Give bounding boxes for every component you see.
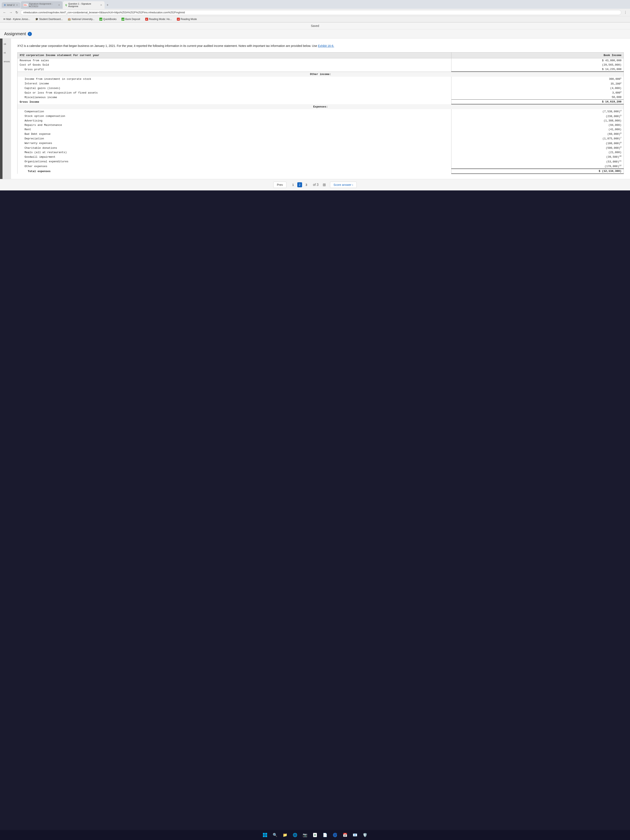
svg-rect-0 [263, 833, 265, 835]
extensions-button[interactable]: ⋮ [622, 9, 628, 15]
prev-button[interactable]: Prev [273, 182, 286, 188]
row-label: Gross profit [17, 67, 452, 72]
row-label: Interest income [17, 82, 452, 86]
taskbar-security[interactable]: 🛡️ [361, 831, 369, 839]
row-label: Cost of Goods Sold [17, 63, 452, 67]
row-amount: (53,000)11 [452, 159, 624, 164]
tab-close-3[interactable]: ✕ [100, 4, 102, 6]
bookmark-reading-ho[interactable]: M Reading Mode: Ho... [144, 17, 174, 21]
tab-close[interactable]: ✕ [16, 4, 18, 6]
taskbar-file-explorer[interactable]: 📁 [281, 831, 289, 839]
superscript-1: 1 [621, 77, 622, 79]
table-row: Compensation (7,538,000)4 [17, 109, 624, 114]
bookmark-bank[interactable]: QB Bank Deposit [120, 17, 142, 21]
nav-buttons: ← → ↻ [2, 9, 19, 15]
student-icon: 🎓 [35, 18, 38, 21]
table-row-total-expenses: Total expenses $ (12,134,300) [17, 169, 624, 174]
new-tab-button[interactable]: + [105, 2, 110, 8]
quickbooks-icon: QB [99, 18, 102, 21]
address-bar[interactable]: mheducation.com/ext/map/index.html?_con=… [21, 10, 621, 15]
taskbar-camera[interactable]: 📷 [301, 831, 309, 839]
row-label: Organizational expenditures [17, 159, 452, 164]
table-row: Gain or loss from disposition of fixed a… [17, 90, 624, 95]
info-symbol: i [29, 33, 30, 35]
search-icon: 🔍 [273, 833, 277, 837]
taskbar-pdf[interactable]: 📄 [321, 831, 329, 839]
reading-mode-icon: M [177, 18, 180, 21]
page-1[interactable]: 1 [291, 182, 295, 187]
shield-icon: 🛡️ [363, 833, 367, 837]
grid-icon[interactable]: ⊞ [323, 183, 326, 187]
table-row: Charitable donations (500,000)9 [17, 145, 624, 150]
tab-close-2[interactable]: ✕ [58, 4, 60, 6]
bookmark-national[interactable]: 🏫 National University... [66, 17, 96, 21]
main-area: ok nt ences XYZ is a calendar-year corpo… [0, 38, 630, 179]
row-label: Advertising [17, 118, 452, 123]
reload-button[interactable]: ↻ [14, 9, 19, 15]
excel-icon: X [313, 833, 317, 837]
taskbar-browser[interactable]: 🌐 [291, 831, 299, 839]
superscript-10: 10 [619, 155, 622, 157]
table-row: Interest income 35,2002 [17, 82, 624, 86]
tab-ional[interactable]: D ional U ✕ [2, 2, 21, 8]
tab-signature[interactable]: D2L Signature Assignment - ACC621I ✕ [21, 1, 63, 9]
taskbar-settings[interactable]: 📅 [341, 831, 349, 839]
bookmark-quickbooks[interactable]: QB QuickBooks [98, 17, 118, 21]
row-amount: (7,538,000)4 [452, 109, 624, 114]
bank-icon: QB [122, 18, 125, 21]
mail-icon: ✉ [3, 18, 5, 21]
table-row-gross-income: Gross Income $ 14,619,200 [17, 99, 624, 104]
row-amount: $ 14,235,000 [452, 67, 624, 72]
bookmark-student[interactable]: 🎓 Student Dashboard... [33, 17, 65, 21]
windows-icon [263, 833, 267, 837]
bookmark-label-national: National University... [72, 18, 95, 21]
table-row: Organizational expenditures (53,000)11 [17, 159, 624, 164]
exhibit-link[interactable]: Exhibit 16-6. [318, 44, 334, 47]
row-label: Bad Debt expense [17, 132, 452, 136]
superscript-5: 5 [621, 115, 622, 117]
page-3[interactable]: 3 [304, 182, 309, 187]
bookmark-label-qb: QuickBooks [103, 18, 117, 21]
browser-icon: 🌐 [293, 833, 297, 837]
bookmark-label-student: Student Dashboard... [39, 18, 63, 21]
bookmark-label-reading-ho: Reading Mode: Ho... [149, 18, 172, 21]
bookmark-label-mail: Mail - Kylene Jonso... [6, 18, 30, 21]
taskbar-search[interactable]: 🔍 [271, 831, 279, 839]
bookmark-reading-mode[interactable]: M Reading Mode [175, 17, 199, 21]
row-label: Income from investment in corporate stoc… [17, 77, 452, 81]
svg-rect-1 [265, 833, 267, 835]
table-row: Bad Debt expense (60,000)6 [17, 132, 624, 136]
score-answer-button[interactable]: Score answer › [330, 182, 357, 188]
taskbar-edge[interactable]: 🌀 [331, 831, 339, 839]
row-amount: (21,800) [452, 150, 624, 155]
superscript-4: 4 [621, 110, 622, 112]
table-row: Meals (all at restaurants) (21,800) [17, 150, 624, 155]
row-label: Charitable donations [17, 145, 452, 150]
side-labels: ok nt ences [3, 38, 11, 179]
back-button[interactable]: ← [2, 9, 8, 15]
svg-rect-2 [263, 835, 265, 837]
tab-bar: D ional U ✕ D2L Signature Assignment - A… [0, 0, 630, 9]
of-label: of 3 [313, 183, 319, 187]
tab-label-q: Question 1 - Signature Assignme [68, 3, 99, 8]
taskbar-start[interactable] [261, 831, 269, 839]
taskbar: 🔍 📁 🌐 📷 X 📄 🌀 📅 📧 🛡️ [0, 830, 630, 840]
forward-button[interactable]: → [8, 9, 14, 15]
row-amount: 50,000 [452, 95, 624, 99]
row-amount: 3,0003 [452, 90, 624, 95]
svg-rect-3 [265, 835, 267, 837]
income-statement-table: XYZ corporation Income statement For cur… [17, 52, 624, 174]
superscript-11: 11 [619, 160, 622, 162]
browser-chrome: D ional U ✕ D2L Signature Assignment - A… [0, 0, 630, 22]
page-2[interactable]: 2 [297, 182, 302, 187]
row-amount: (41,000) [452, 127, 624, 132]
row-amount: (4,000) [452, 86, 624, 90]
taskbar-mail[interactable]: 📧 [351, 831, 359, 839]
row-label: Gain or loss from disposition of fixed a… [17, 90, 452, 95]
bookmark-mail[interactable]: ✉ Mail - Kylene Jonso... [2, 17, 32, 21]
info-icon[interactable]: i [28, 32, 32, 36]
tab-question[interactable]: Q Question 1 - Signature Assignme ✕ [63, 1, 104, 9]
saved-label: Saved [311, 24, 319, 27]
assignment-title: Assignment [4, 32, 26, 36]
taskbar-excel[interactable]: X [311, 831, 319, 839]
